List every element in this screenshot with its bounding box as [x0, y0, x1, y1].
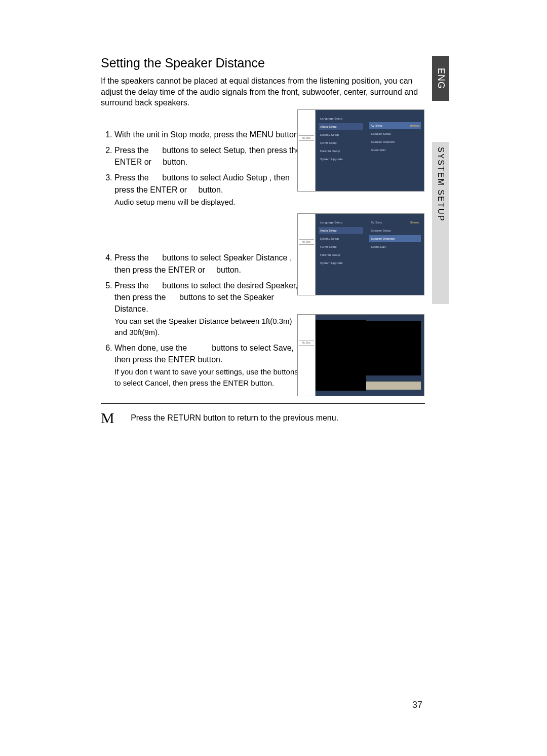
osd-screenshot-2: No Disc Language Setup Audio Setup Displ… — [297, 213, 424, 295]
osd-submenu-item-active: Speaker Distance — [369, 235, 421, 242]
intro-paragraph: If the speakers cannot be placed at equa… — [101, 75, 425, 108]
osd-submenu-label: Sound Edit — [371, 245, 385, 248]
step-text: Press the — [114, 173, 149, 182]
step-text: button. — [198, 185, 223, 194]
osd-menu-column: Language Setup Audio Setup Display Setup… — [316, 110, 366, 191]
osd-submenu-column: AV Sync 50msec Speaker Setup Speaker Dis… — [366, 214, 424, 295]
osd-submenu-label: Speaker Distance — [371, 140, 395, 143]
osd-menu-column — [316, 315, 366, 396]
footer-note-text: Press the RETURN button to return to the… — [131, 413, 338, 422]
osd-submenu-value: 50msec — [410, 221, 419, 224]
osd-menu-column: Language Setup Audio Setup Display Setup… — [316, 214, 366, 295]
osd-menu-item: Language Setup — [319, 219, 363, 226]
step-2: Press the buttons to select Setup, then … — [114, 144, 302, 168]
osd-submenu-value: 50msec — [410, 124, 419, 127]
disc-status-label: No Disc — [299, 340, 314, 346]
step-text: When done, use the — [114, 344, 187, 352]
osd-submenu-label: Speaker Setup — [371, 229, 391, 232]
osd-menu-item-active: Audio Setup — [319, 123, 363, 130]
osd-submenu-label: Speaker Distance — [371, 237, 395, 240]
osd-submenu-item: Sound Edit — [369, 146, 421, 154]
step-3: Press the buttons to select Audio Setup … — [114, 172, 302, 207]
step-list-continued: Press the buttons to select Speaker Dist… — [101, 252, 302, 388]
osd-submenu-item-active: AV Sync 50msec — [369, 122, 421, 129]
osd-left-column: No Disc — [298, 110, 316, 191]
osd-submenu-label: AV Sync — [371, 124, 382, 127]
osd-menu-item: System Upgrade — [319, 259, 363, 267]
osd-menu-item: HDMI Setup — [319, 243, 363, 250]
step-5: Press the buttons to select the desired … — [114, 280, 302, 338]
osd-left-column: No Disc — [298, 315, 316, 396]
osd-submenu-label: Speaker Setup — [371, 132, 391, 135]
osd-menu-item: Parental Setup — [319, 251, 363, 258]
page-title: Setting the Speaker Distance — [101, 56, 425, 70]
osd-menu-item-active: Audio Setup — [319, 227, 363, 234]
osd-submenu-item: Speaker Setup — [369, 130, 421, 137]
page-number: 37 — [412, 700, 422, 710]
step-text: Press the — [114, 146, 149, 155]
step-subtext: You can set the Speaker Distance between… — [114, 316, 302, 338]
osd-button-bar — [366, 382, 421, 390]
osd-submenu-label: AV Sync — [371, 221, 382, 224]
step-text: button. — [163, 158, 187, 166]
disc-status-label: No Disc — [299, 135, 314, 141]
osd-left-column: No Disc — [298, 214, 316, 295]
osd-menu-item: HDMI Setup — [319, 139, 363, 146]
step-text: button. — [216, 266, 241, 274]
osd-menu-item: System Upgrade — [319, 156, 363, 163]
step-1: With the unit in Stop mode, press the ME… — [114, 129, 302, 140]
disc-status-label: No Disc — [299, 239, 314, 245]
divider-line — [101, 403, 425, 404]
language-tab: ENG — [432, 56, 449, 101]
footer-note: M Press the RETURN button to return to t… — [101, 409, 425, 427]
step-6: When done, use the buttons to select Sav… — [114, 342, 302, 389]
osd-menu-item: Display Setup — [319, 235, 363, 242]
osd-menu-item: Parental Setup — [319, 147, 363, 155]
document-page: ENG SYSTEM SETUP Setting the Speaker Dis… — [0, 0, 547, 756]
osd-menu-item: Display Setup — [319, 131, 363, 138]
note-icon: M — [101, 409, 114, 426]
step-subtext: If you don t want to save your settings,… — [114, 366, 302, 389]
osd-submenu-item: AV Sync 50msec — [369, 219, 421, 226]
osd-dialog-area — [366, 315, 424, 396]
osd-submenu-column: AV Sync 50msec Speaker Setup Speaker Dis… — [366, 110, 424, 191]
step-text: With the unit in Stop mode, press the ME… — [114, 130, 300, 139]
osd-screenshot-3: No Disc — [297, 314, 424, 396]
osd-screenshot-1: No Disc Language Setup Audio Setup Displ… — [297, 109, 424, 192]
section-side-label: SYSTEM SETUP — [432, 142, 449, 304]
step-text: Press the — [114, 281, 149, 290]
step-subtext: Audio setup menu will be displayed. — [114, 197, 302, 208]
osd-submenu-item: Speaker Distance — [369, 138, 421, 145]
osd-menu-item: Language Setup — [319, 115, 363, 122]
osd-settings-panel — [366, 321, 421, 375]
osd-submenu-item: Speaker Setup — [369, 227, 421, 234]
step-list: With the unit in Stop mode, press the ME… — [101, 129, 302, 208]
osd-submenu-label: Sound Edit — [371, 148, 385, 152]
step-text: Press the — [114, 253, 149, 262]
step-4: Press the buttons to select Speaker Dist… — [114, 252, 302, 275]
osd-submenu-item: Sound Edit — [369, 243, 421, 250]
